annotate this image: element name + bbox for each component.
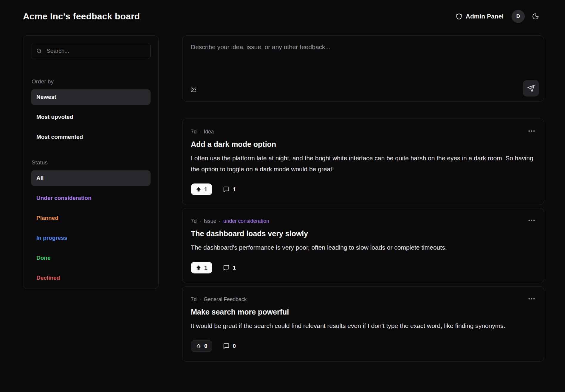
theme-toggle-button[interactable] bbox=[532, 13, 539, 20]
post-age: 7d bbox=[191, 129, 196, 135]
post-menu-button[interactable] bbox=[527, 217, 537, 224]
ellipsis-icon bbox=[528, 128, 535, 134]
status-filter-under-consideration[interactable]: Under consideration bbox=[31, 190, 151, 206]
upvote-count: 0 bbox=[204, 343, 208, 349]
post-meta: 7d · Idea bbox=[191, 129, 535, 135]
status-filter-under-consideration-label: Under consideration bbox=[36, 195, 92, 201]
upvote-count: 1 bbox=[204, 186, 208, 193]
meta-separator: · bbox=[199, 218, 201, 224]
send-icon bbox=[527, 85, 535, 92]
order-by-most-upvoted-label: Most upvoted bbox=[36, 114, 73, 120]
status-filter-done-label: Done bbox=[36, 255, 51, 261]
post-card[interactable]: 7d · General Feedback Make search more p… bbox=[182, 286, 544, 362]
order-by-most-upvoted[interactable]: Most upvoted bbox=[31, 109, 151, 125]
comment-button[interactable]: 1 bbox=[223, 186, 236, 193]
status-group: Status All Under consideration Planned I… bbox=[31, 159, 151, 286]
post-meta: 7d · Issue · under consideration bbox=[191, 218, 535, 224]
order-by-label: Order by bbox=[32, 78, 151, 85]
post-age: 7d bbox=[191, 218, 196, 224]
order-by-most-commented-label: Most commented bbox=[36, 134, 83, 140]
post-actions: 1 1 bbox=[191, 262, 535, 273]
status-filter-in-progress[interactable]: In progress bbox=[31, 230, 151, 246]
topbar: Acme Inc's feedback board Admin Panel D bbox=[0, 0, 565, 33]
status-filter-declined-label: Declined bbox=[36, 275, 60, 281]
avatar-initial: D bbox=[516, 13, 520, 19]
comment-icon bbox=[223, 186, 230, 193]
comment-count: 1 bbox=[233, 265, 236, 271]
arrow-up-icon bbox=[196, 186, 202, 192]
status-label: Status bbox=[32, 159, 151, 166]
meta-separator: · bbox=[199, 297, 201, 302]
post-title: Add a dark mode option bbox=[191, 139, 535, 150]
main-column: 7d · Idea Add a dark mode option I often… bbox=[182, 35, 544, 362]
composer-toolbar bbox=[187, 80, 539, 97]
post-card[interactable]: 7d · Issue · under consideration The das… bbox=[182, 208, 544, 283]
arrow-up-icon bbox=[196, 265, 202, 271]
post-category: General Feedback bbox=[204, 297, 247, 302]
status-filter-planned-label: Planned bbox=[36, 215, 58, 221]
order-by-newest-label: Newest bbox=[36, 94, 56, 100]
post-body: I often use the platform late at night, … bbox=[191, 153, 535, 175]
moon-icon bbox=[532, 13, 539, 20]
comment-count: 1 bbox=[233, 186, 236, 193]
post-category: Idea bbox=[204, 129, 214, 135]
feedback-board-page: Acme Inc's feedback board Admin Panel D bbox=[0, 0, 565, 392]
admin-panel-link[interactable]: Admin Panel bbox=[456, 13, 504, 20]
comment-button[interactable]: 0 bbox=[223, 343, 236, 349]
meta-separator: · bbox=[219, 218, 221, 224]
post-age: 7d bbox=[191, 297, 196, 302]
post-actions: 0 0 bbox=[191, 340, 535, 352]
shield-icon bbox=[456, 13, 462, 20]
post-body: It would be great if the search could fi… bbox=[191, 320, 535, 331]
post-title: The dashboard loads very slowly bbox=[191, 228, 535, 239]
post-menu-button[interactable] bbox=[527, 127, 537, 135]
post-status-tag: under consideration bbox=[223, 218, 269, 224]
content-layout: Order by Newest Most upvoted Most commen… bbox=[23, 35, 544, 362]
order-by-most-commented[interactable]: Most commented bbox=[31, 129, 151, 145]
comment-icon bbox=[223, 343, 230, 349]
feedback-input[interactable] bbox=[187, 40, 539, 80]
feedback-composer bbox=[182, 35, 544, 102]
search-icon bbox=[36, 48, 42, 54]
meta-separator: · bbox=[199, 129, 201, 135]
post-meta: 7d · General Feedback bbox=[191, 297, 535, 302]
post-menu-button[interactable] bbox=[527, 295, 537, 303]
avatar[interactable]: D bbox=[512, 10, 525, 23]
post-card[interactable]: 7d · Idea Add a dark mode option I often… bbox=[182, 119, 544, 205]
status-filter-done[interactable]: Done bbox=[31, 250, 151, 266]
search-box bbox=[31, 43, 151, 59]
upvote-button[interactable]: 1 bbox=[191, 183, 212, 195]
ellipsis-icon bbox=[528, 218, 535, 223]
upvote-button[interactable]: 1 bbox=[191, 262, 212, 273]
ellipsis-icon bbox=[528, 296, 535, 301]
post-category: Issue bbox=[204, 218, 216, 224]
status-filter-all-label: All bbox=[36, 175, 44, 181]
sidebar: Order by Newest Most upvoted Most commen… bbox=[23, 35, 159, 289]
image-icon bbox=[190, 86, 197, 93]
order-by-newest[interactable]: Newest bbox=[31, 89, 151, 105]
upvote-button[interactable]: 0 bbox=[191, 340, 212, 352]
post-actions: 1 1 bbox=[191, 183, 535, 195]
status-filter-in-progress-label: In progress bbox=[36, 235, 67, 241]
status-filter-all[interactable]: All bbox=[31, 170, 151, 186]
upvote-count: 1 bbox=[204, 265, 208, 271]
status-filter-declined[interactable]: Declined bbox=[31, 270, 151, 286]
page-title: Acme Inc's feedback board bbox=[23, 11, 140, 21]
search-input[interactable] bbox=[46, 47, 145, 55]
comment-button[interactable]: 1 bbox=[223, 265, 236, 271]
post-body: The dashboard's performance is very poor… bbox=[191, 242, 535, 253]
comment-icon bbox=[223, 265, 230, 271]
post-title: Make search more powerful bbox=[191, 307, 535, 317]
comment-count: 0 bbox=[233, 343, 236, 349]
arrow-up-icon bbox=[196, 343, 202, 349]
submit-feedback-button[interactable] bbox=[523, 80, 539, 97]
attach-image-button[interactable] bbox=[187, 86, 197, 97]
topbar-right: Admin Panel D bbox=[456, 10, 539, 23]
admin-panel-label: Admin Panel bbox=[466, 13, 504, 20]
status-filter-planned[interactable]: Planned bbox=[31, 210, 151, 226]
order-by-group: Order by Newest Most upvoted Most commen… bbox=[31, 78, 151, 145]
